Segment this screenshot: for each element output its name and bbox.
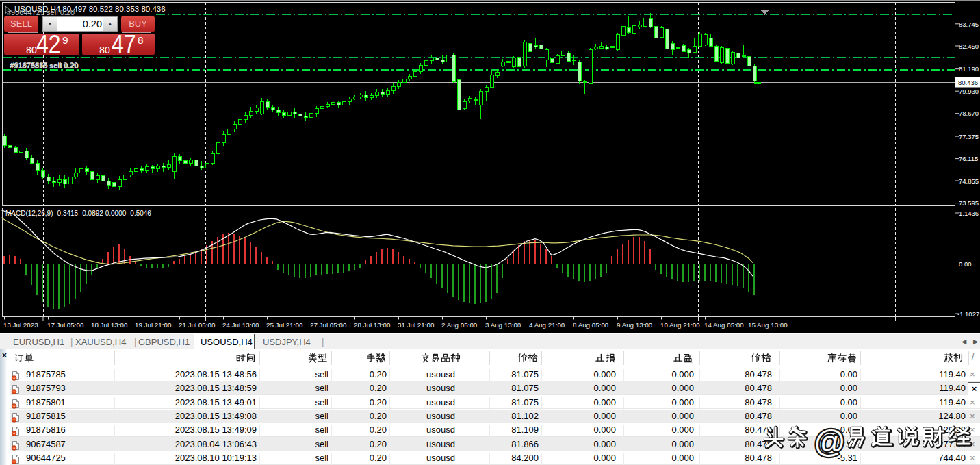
svg-text:31 Jul 21:00: 31 Jul 21:00 — [398, 321, 435, 329]
svg-text:15 Aug 13:00: 15 Aug 13:00 — [748, 321, 788, 329]
svg-text:13 Jul 2023: 13 Jul 2023 — [3, 321, 38, 329]
svg-text:2 Aug 05:00: 2 Aug 05:00 — [441, 321, 478, 329]
svg-text:-1.1027: -1.1027 — [957, 310, 979, 318]
svg-text:9 Aug 13:00: 9 Aug 13:00 — [617, 321, 653, 329]
svg-text:79.930: 79.930 — [959, 88, 979, 95]
svg-text:17 Jul 05:00: 17 Jul 05:00 — [47, 321, 84, 329]
svg-text:24 Jul 13:00: 24 Jul 13:00 — [222, 321, 259, 329]
svg-text:74.855: 74.855 — [959, 177, 979, 185]
svg-text:14 Aug 05:00: 14 Aug 05:00 — [704, 321, 744, 329]
svg-text:73.595: 73.595 — [959, 199, 979, 207]
svg-text:82.450: 82.450 — [959, 42, 979, 50]
svg-text:19 Jul 21:00: 19 Jul 21:00 — [135, 321, 172, 329]
svg-text:81.190: 81.190 — [959, 65, 979, 73]
svg-text:83.745: 83.745 — [959, 21, 979, 28]
svg-text:10 Aug 21:00: 10 Aug 21:00 — [660, 321, 700, 329]
svg-text:4 Aug 21:00: 4 Aug 21:00 — [529, 321, 565, 329]
svg-text:0.00: 0.00 — [959, 260, 972, 268]
svg-text:#91875885 sell 0.20: #91875885 sell 0.20 — [10, 61, 78, 69]
svg-text:3 Aug 13:00: 3 Aug 13:00 — [485, 321, 521, 329]
svg-text:76.115: 76.115 — [959, 155, 978, 162]
svg-text:1.1436: 1.1436 — [959, 210, 979, 217]
svg-text:18 Jul 13:00: 18 Jul 13:00 — [91, 321, 128, 329]
svg-text:28 Jul 13:00: 28 Jul 13:00 — [354, 321, 391, 329]
svg-text:27 Jul 05:00: 27 Jul 05:00 — [310, 321, 347, 329]
svg-text:8 Aug 05:00: 8 Aug 05:00 — [573, 321, 609, 329]
svg-text:21 Jul 05:00: 21 Jul 05:00 — [179, 321, 216, 329]
svg-text:@: @ — [814, 424, 846, 460]
svg-text:78.670: 78.670 — [959, 110, 979, 117]
svg-text:MACD(12,26,9) -0.3415 -0.0892: MACD(12,26,9) -0.3415 -0.0892 0.0000 -0.… — [5, 210, 151, 217]
svg-text:80.436: 80.436 — [958, 79, 978, 86]
svg-text:25 Jul 21:00: 25 Jul 21:00 — [266, 321, 303, 329]
svg-text:77.375: 77.375 — [959, 133, 979, 140]
